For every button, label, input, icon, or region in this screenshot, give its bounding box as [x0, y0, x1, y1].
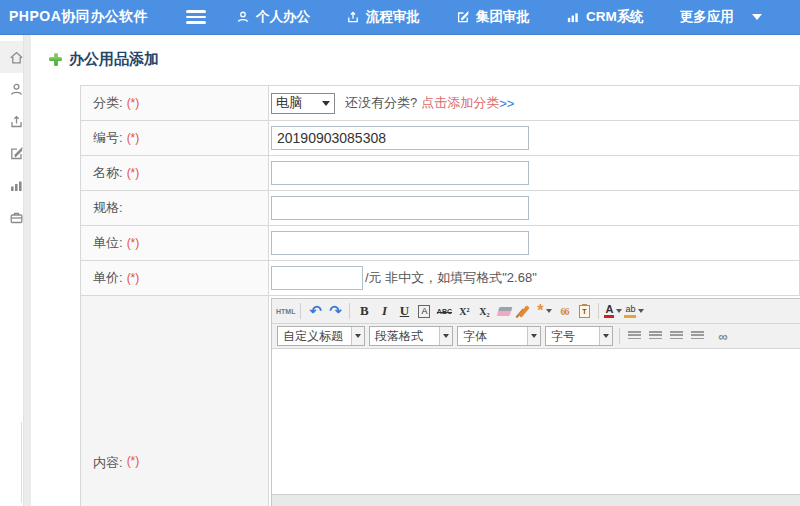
html-source-button[interactable]: HTML	[276, 301, 295, 321]
nav-crm-system[interactable]: CRM系统	[566, 8, 644, 26]
strikethrough-button[interactable]: ABC	[435, 301, 453, 321]
edit-icon	[456, 10, 470, 24]
form-row-name: 名称:(*)	[81, 156, 800, 191]
supply-add-form: 分类:(*) 电脑 还没有分类? 点击添加分类 >> 编号:(*)	[80, 85, 800, 506]
subscript-button[interactable]: X₂	[475, 301, 493, 321]
caret-down-icon	[752, 14, 762, 20]
add-category-link[interactable]: 点击添加分类	[421, 94, 499, 112]
highlight-color-button[interactable]: ab	[624, 301, 644, 321]
sidebar-submenu-admin: 公告管理 通知管理 新闻管理 大事记管理 会议申请及安排+ 固定资产管理+ 办公…	[0, 233, 23, 503]
user-icon	[9, 82, 24, 97]
editor-content-area[interactable]	[272, 349, 800, 494]
redo-icon[interactable]: ↷	[326, 301, 344, 321]
process-icon	[346, 10, 360, 24]
underline-button[interactable]: U	[395, 301, 413, 321]
main-content: 办公用品添加 分类:(*) 电脑 还没有分类? 点击添加分类 >>	[24, 35, 800, 506]
sidebar-item-memorabilia-mgmt[interactable]: 大事记管理	[0, 314, 24, 341]
user-icon	[236, 10, 250, 24]
rich-text-editor: HTML ↶ ↷ B I U A ABC X²	[271, 298, 800, 506]
caret-down-icon	[546, 309, 552, 313]
sidebar-item-process-approval[interactable]: 流程审批 +	[0, 105, 23, 137]
nav-process-approval[interactable]: 流程审批	[346, 8, 420, 26]
sidebar-item-crm-system[interactable]: CRM系统 +	[0, 169, 23, 201]
align-center-icon[interactable]	[649, 331, 662, 341]
process-icon	[9, 114, 24, 129]
sidebar-item-meeting-request[interactable]: 会议申请及安排+	[0, 341, 24, 368]
italic-button[interactable]: I	[375, 301, 393, 321]
form-row-unit: 单位:(*)	[81, 226, 800, 261]
align-justify-icon[interactable]	[691, 331, 704, 341]
undo-icon[interactable]: ↶	[306, 301, 324, 321]
caret-down-icon	[616, 309, 622, 313]
paragraph-format-select[interactable]: 段落格式	[369, 326, 453, 346]
sidebar-item-admin-office[interactable]: 行政办公 −	[0, 201, 23, 233]
sidebar-item-desktop[interactable]: 个人桌面	[0, 41, 23, 73]
app-logo: PHPOA协同办公软件	[0, 8, 186, 26]
nav-personal-office[interactable]: 个人办公	[236, 8, 310, 26]
add-plus-icon	[49, 53, 62, 66]
caret-down-icon	[638, 309, 644, 313]
editor-toolbar-row2: 自定义标题 段落格式 字体 字号 ∞	[272, 324, 800, 349]
font-size-select[interactable]: 字号	[545, 326, 613, 346]
caret-down-icon	[599, 327, 612, 345]
chart-icon	[9, 178, 24, 193]
char-border-button[interactable]: A	[418, 305, 430, 318]
superscript-button[interactable]: X²	[455, 301, 473, 321]
sidebar-submenu-office-supplies: 办公用品领用 办公用品管理 办公用品采购	[21, 422, 23, 503]
code-input[interactable]	[271, 126, 529, 150]
caret-down-icon	[527, 327, 540, 345]
blockquote-button[interactable]: 66	[555, 301, 573, 321]
bold-button[interactable]: B	[355, 301, 373, 321]
menu-icon[interactable]	[186, 10, 206, 24]
edit-icon	[9, 146, 24, 161]
custom-heading-select[interactable]: 自定义标题	[277, 326, 365, 346]
editor-status-bar	[272, 494, 800, 506]
form-row-code: 编号:(*)	[81, 121, 800, 156]
sidebar: 个人桌面 个人办公 + 流程审批 + 集团审批 + CRM系统 + 行政办公 −	[0, 35, 24, 506]
paste-plain-button[interactable]: T	[575, 301, 593, 321]
name-input[interactable]	[271, 161, 529, 185]
editor-toolbar-row1: HTML ↶ ↷ B I U A ABC X²	[272, 299, 800, 324]
link-icon[interactable]: ∞	[714, 326, 732, 346]
select-caret-icon	[322, 101, 330, 106]
caret-down-icon	[439, 327, 452, 345]
format-brush-icon[interactable]	[515, 301, 533, 321]
nav-group-approval[interactable]: 集团审批	[456, 8, 530, 26]
nav-more-apps[interactable]: 更多应用	[680, 8, 762, 26]
font-color-button[interactable]: A	[604, 301, 622, 321]
font-family-select[interactable]: 字体	[457, 326, 541, 346]
align-right-icon[interactable]	[670, 331, 683, 341]
sidebar-item-news-mgmt[interactable]: 新闻管理	[0, 287, 24, 314]
caret-down-icon	[351, 327, 364, 345]
form-row-spec: 规格:	[81, 191, 800, 226]
sidebar-item-personal-office[interactable]: 个人办公 +	[0, 73, 23, 105]
home-icon	[9, 50, 24, 65]
spec-input[interactable]	[271, 196, 529, 220]
eraser-icon[interactable]	[495, 301, 513, 321]
sidebar-item-fixed-assets[interactable]: 固定资产管理+	[0, 368, 24, 395]
category-select[interactable]: 电脑	[271, 93, 335, 114]
sidebar-item-notice-mgmt[interactable]: 通知管理	[0, 260, 24, 287]
form-row-category: 分类:(*) 电脑 还没有分类? 点击添加分类 >>	[81, 86, 800, 121]
top-nav: 个人办公 流程审批 集团审批 CRM系统 更多应用	[236, 8, 762, 26]
auto-typeset-button[interactable]: *	[535, 301, 553, 321]
sidebar-item-group-approval[interactable]: 集团审批 +	[0, 137, 23, 169]
price-format-hint: /元 非中文，如填写格式"2.68"	[365, 269, 537, 287]
unit-input[interactable]	[271, 231, 529, 255]
briefcase-icon	[9, 210, 24, 225]
page-title: 办公用品添加	[49, 49, 800, 69]
add-category-link-arrows[interactable]: >>	[499, 96, 514, 111]
sidebar-item-announcement-mgmt[interactable]: 公告管理	[0, 233, 24, 260]
price-input[interactable]	[271, 266, 363, 290]
chart-icon	[566, 10, 580, 24]
sidebar-item-office-supplies[interactable]: 办公用品管理−	[0, 395, 24, 422]
form-row-price: 单价:(*) /元 非中文，如填写格式"2.68"	[81, 261, 800, 296]
align-left-icon[interactable]	[628, 331, 641, 341]
topbar: PHPOA协同办公软件 个人办公 流程审批 集团审批 CRM系统 更多应用	[0, 0, 800, 35]
form-row-content: 内容:(*) HTML ↶ ↷ B I U	[81, 296, 800, 506]
